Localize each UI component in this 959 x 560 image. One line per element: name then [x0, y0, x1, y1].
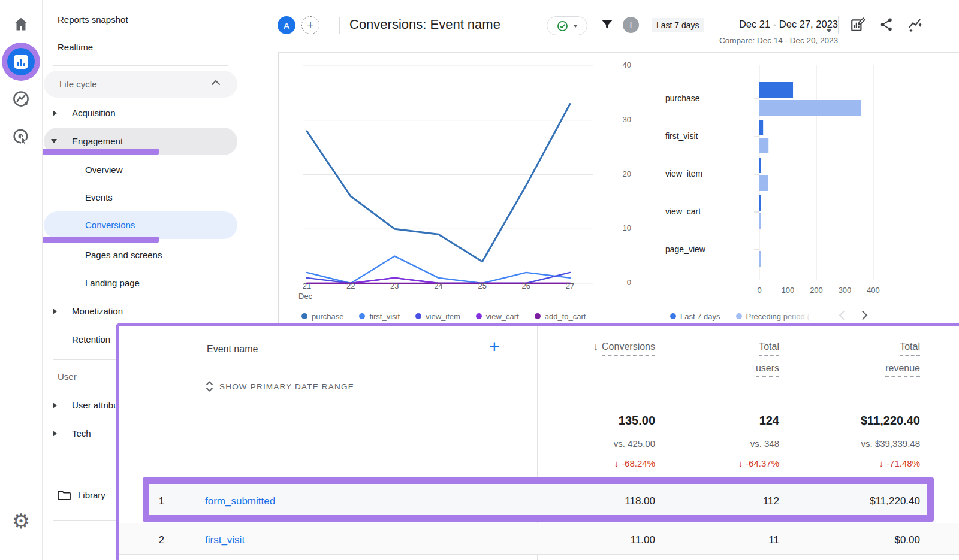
expand-arrow-icon[interactable] — [53, 110, 57, 116]
column-header-total-revenue-line1[interactable]: Total — [900, 341, 920, 356]
sidebar-item-monetization[interactable]: Monetization — [72, 306, 123, 316]
sidebar-item-reports-snapshot[interactable]: Reports snapshot — [58, 14, 128, 25]
header-vdivider — [838, 16, 839, 34]
legend-dot-icon — [736, 313, 742, 319]
legend-item[interactable]: add_to_cart — [535, 312, 586, 321]
sidebar-item-realtime[interactable]: Realtime — [58, 42, 93, 52]
axis-tick-label: 400 — [861, 286, 885, 295]
active-ring — [2, 43, 40, 81]
reports-icon-active[interactable] — [0, 43, 42, 81]
down-arrow-icon: ↓ — [879, 458, 884, 468]
axis-tick-label: 26 — [517, 281, 536, 290]
legend-item[interactable]: view_cart — [476, 312, 519, 321]
legend-item[interactable]: view_item — [415, 312, 460, 321]
sidebar-item-retention[interactable]: Retention — [72, 334, 110, 344]
conversions-pill[interactable] — [44, 211, 237, 239]
check-circle-icon — [557, 20, 568, 32]
totals-users-vs: vs. 348 — [750, 438, 779, 449]
chevron-up-icon[interactable] — [211, 80, 221, 86]
page-title: Conversions: Event name — [349, 17, 500, 32]
axis-tick-label: view_item — [665, 169, 740, 178]
share-icon[interactable] — [879, 17, 894, 32]
add-dimension-button[interactable]: + — [489, 337, 500, 357]
legend-label: purchase — [312, 312, 343, 321]
expand-arrow-icon[interactable] — [53, 308, 57, 314]
column-header-total-revenue-line2[interactable]: revenue — [885, 363, 920, 377]
carousel-prev-icon[interactable] — [839, 311, 849, 320]
header-divider — [257, 52, 959, 53]
nav-rail: ⚙ — [0, 0, 43, 560]
sidebar-item-acquisition[interactable]: Acquisition — [72, 108, 116, 118]
sidebar-item-engagement[interactable]: Engagement — [72, 136, 123, 146]
row-divider — [119, 554, 959, 555]
legend-dot-icon — [670, 313, 676, 319]
sort-chevrons-icon — [206, 381, 213, 392]
life-cycle-label: Life cycle — [59, 79, 97, 89]
legend-item[interactable]: purchase — [301, 312, 343, 321]
events-table-panel: Event name + ↓ Conversions Total users T… — [116, 323, 959, 560]
chevron-down-icon — [573, 25, 578, 28]
sidebar-item-landing-page[interactable]: Landing page — [85, 278, 140, 288]
sidebar-divider — [53, 65, 228, 66]
sidebar-item-events[interactable]: Events — [85, 192, 113, 202]
customize-report-icon[interactable] — [850, 17, 865, 32]
event-link-form-submitted[interactable]: form_submitted — [205, 495, 275, 507]
bar-chart-glyph — [14, 55, 28, 69]
filter-funnel-icon[interactable] — [599, 17, 615, 32]
sidebar-item-pages-and-screens[interactable]: Pages and screens — [85, 250, 162, 260]
report-status-chip[interactable] — [547, 16, 587, 35]
info-badge[interactable]: I — [623, 17, 639, 33]
collapse-arrow-icon[interactable] — [51, 139, 57, 143]
engagement-highlight-bar — [42, 149, 159, 155]
axis-tick-label: 300 — [833, 286, 857, 295]
avatar[interactable]: A — [278, 16, 295, 34]
axis-tick-label: 27 — [560, 281, 580, 290]
totals-users: 124 — [759, 414, 779, 428]
add-comparison-button[interactable]: + — [301, 16, 319, 34]
row-conversions: 118.00 — [625, 495, 655, 507]
axis-tick-label: 30 — [602, 115, 631, 124]
explore-icon[interactable] — [0, 90, 42, 108]
axis-tick-label: purchase — [665, 93, 740, 103]
axis-tick-label: 100 — [776, 286, 800, 295]
conversions-highlight-bar — [42, 237, 159, 243]
axis-tick-label: 0 — [747, 286, 771, 295]
axis-tick-label: 20 — [602, 169, 631, 178]
sidebar-item-overview[interactable]: Overview — [85, 165, 123, 175]
row-users: 11 — [768, 534, 779, 546]
sort-desc-icon: ↓ — [593, 341, 599, 353]
axis-tick-label: first_visit — [665, 131, 740, 141]
legend-item[interactable]: Last 7 days — [670, 312, 720, 321]
event-link-first-visit[interactable]: first_visit — [205, 534, 245, 546]
row-rank: 2 — [159, 535, 164, 546]
compare-range: Compare: Dec 14 - Dec 20, 2023 — [719, 36, 838, 45]
home-icon[interactable] — [0, 16, 42, 32]
down-arrow-icon: ↓ — [738, 458, 743, 468]
totals-conversions-vs: vs. 425.00 — [614, 438, 655, 449]
legend-dot-icon — [359, 313, 365, 319]
sidebar-item-tech[interactable]: Tech — [72, 428, 91, 438]
carousel-next-icon[interactable] — [858, 311, 868, 320]
sidebar-item-conversions[interactable]: Conversions — [85, 220, 135, 230]
sidebar-item-library[interactable]: Library — [78, 490, 105, 500]
date-range-preset[interactable]: Last 7 days — [652, 18, 704, 32]
insights-icon[interactable] — [907, 17, 923, 32]
column-header-total-users-line2[interactable]: users — [756, 363, 779, 377]
advertising-icon[interactable] — [0, 128, 42, 146]
date-range-value[interactable]: Dec 21 - Dec 27, 2023 — [739, 19, 838, 30]
column-header-total-users-line1[interactable]: Total — [759, 341, 779, 356]
header-vdivider — [339, 17, 340, 34]
legend-dot-icon — [415, 313, 421, 319]
legend-label: view_cart — [486, 312, 519, 321]
expand-arrow-icon[interactable] — [53, 431, 57, 437]
column-header-conversions[interactable]: ↓ Conversions — [593, 341, 655, 356]
row-conversions: 11.00 — [631, 534, 655, 546]
expand-arrow-icon[interactable] — [53, 402, 57, 408]
legend-item[interactable]: first_visit — [359, 312, 400, 321]
settings-gear-icon[interactable]: ⚙ — [0, 509, 42, 533]
totals-conversions: 135.00 — [619, 414, 655, 428]
date-chevron-down-icon[interactable] — [826, 29, 832, 32]
column-header-event-name[interactable]: Event name — [207, 344, 258, 355]
line-chart-legend: purchasefirst_visitview_itemview_cartadd… — [301, 311, 601, 323]
show-primary-date-range-toggle[interactable]: SHOW PRIMARY DATE RANGE — [206, 381, 354, 392]
